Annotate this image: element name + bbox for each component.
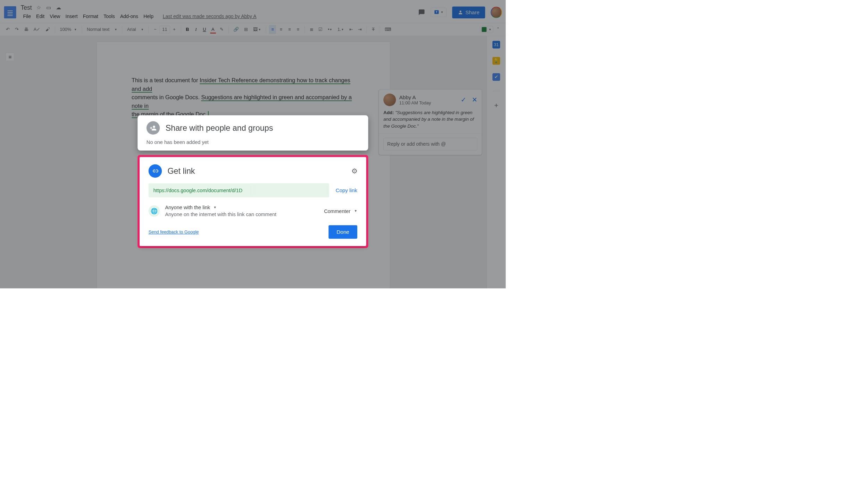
globe-icon: 🌐 — [149, 205, 160, 217]
share-dialog-subtitle: No one has been added yet — [147, 139, 359, 145]
access-description: Anyone on the internet with this link ca… — [165, 212, 276, 217]
person-add-icon — [147, 121, 160, 135]
chevron-down-icon: ▼ — [213, 206, 216, 209]
share-dialog-title: Share with people and groups — [166, 123, 273, 133]
role-label: Commenter — [324, 208, 350, 214]
annotation-highlight: Get link ⚙ https://docs.google.com/docum… — [137, 155, 368, 248]
role-select[interactable]: Commenter ▼ — [324, 208, 357, 214]
share-link-url: https://docs.google.com/document/d/1D — [153, 187, 243, 193]
share-people-card: Share with people and groups No one has … — [137, 115, 368, 151]
redacted-area — [252, 184, 329, 197]
getlink-title: Get link — [167, 167, 195, 176]
send-feedback-link[interactable]: Send feedback to Google — [149, 229, 199, 234]
chevron-down-icon: ▼ — [354, 209, 357, 213]
link-icon — [149, 164, 162, 178]
copy-link-button[interactable]: Copy link — [336, 187, 357, 194]
share-link-field[interactable]: https://docs.google.com/document/d/1D — [149, 184, 329, 197]
access-scope-label: Anyone with the link — [165, 205, 210, 211]
get-link-card: Get link ⚙ https://docs.google.com/docum… — [140, 157, 366, 246]
done-button[interactable]: Done — [328, 225, 357, 239]
link-settings-icon[interactable]: ⚙ — [351, 167, 357, 175]
access-scope-select[interactable]: Anyone with the link ▼ — [165, 205, 276, 211]
